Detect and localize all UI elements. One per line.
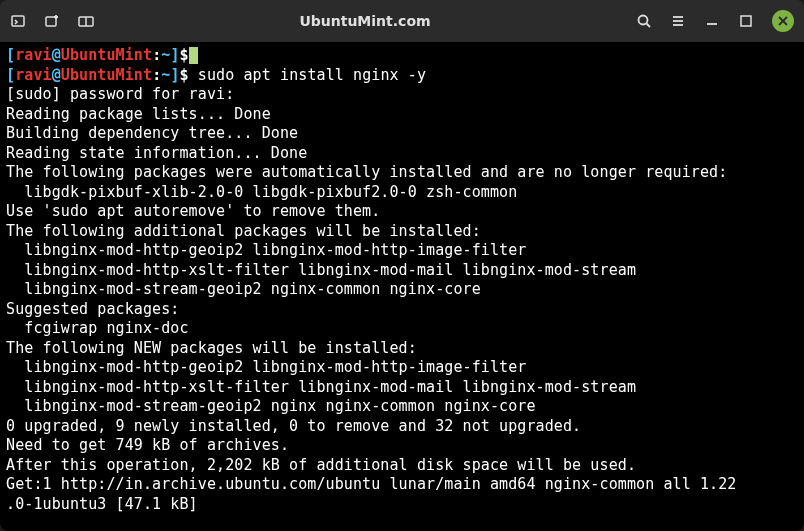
- output-line: Get:1 http://in.archive.ubuntu.com/ubunt…: [6, 475, 798, 495]
- output-line: The following packages were automaticall…: [6, 163, 798, 183]
- output-line: libnginx-mod-http-xslt-filter libnginx-m…: [6, 378, 798, 398]
- output-line: The following additional packages will b…: [6, 222, 798, 242]
- terminal-window: UbuntuMint.com: [0, 0, 804, 531]
- titlebar-right: [636, 10, 794, 32]
- output-line: .0-1ubuntu3 [47.1 kB]: [6, 495, 798, 515]
- output-line: libgdk-pixbuf-xlib-2.0-0 libgdk-pixbuf2.…: [6, 183, 798, 203]
- svg-rect-0: [12, 16, 24, 26]
- output-line: [sudo] password for ravi:: [6, 85, 798, 105]
- output-line: libnginx-mod-http-geoip2 libnginx-mod-ht…: [6, 241, 798, 261]
- menu-icon[interactable]: [670, 13, 686, 29]
- output-line: Building dependency tree... Done: [6, 124, 798, 144]
- output-line: Reading state information... Done: [6, 144, 798, 164]
- output-line: 0 upgraded, 9 newly installed, 0 to remo…: [6, 417, 798, 437]
- output-line: The following NEW packages will be insta…: [6, 339, 798, 359]
- cursor-icon: [189, 47, 198, 64]
- output-line: Reading package lists... Done: [6, 105, 798, 125]
- output-line: libnginx-mod-stream-geoip2 nginx-common …: [6, 280, 798, 300]
- maximize-icon[interactable]: [738, 13, 754, 29]
- prompt-line-2: [ravi@UbuntuMint:~]$ sudo apt install ng…: [6, 66, 798, 86]
- svg-rect-10: [741, 16, 751, 26]
- titlebar-left: [10, 13, 94, 29]
- new-tab-icon[interactable]: [10, 13, 26, 29]
- output-line: After this operation, 2,202 kB of additi…: [6, 456, 798, 476]
- window-title: UbuntuMint.com: [94, 13, 636, 29]
- output-line: libnginx-mod-http-xslt-filter libnginx-m…: [6, 261, 798, 281]
- command-text: sudo apt install nginx -y: [198, 66, 426, 84]
- terminal-content[interactable]: [ravi@UbuntuMint:~]$[ravi@UbuntuMint:~]$…: [0, 42, 804, 531]
- svg-point-4: [639, 16, 648, 25]
- output-line: libnginx-mod-stream-geoip2 nginx nginx-c…: [6, 397, 798, 417]
- close-button[interactable]: [772, 10, 794, 32]
- split-icon[interactable]: [78, 13, 94, 29]
- prompt-line-1: [ravi@UbuntuMint:~]$: [6, 46, 798, 66]
- new-window-icon[interactable]: [44, 13, 60, 29]
- output-line: Need to get 749 kB of archives.: [6, 436, 798, 456]
- output-line: libnginx-mod-http-geoip2 libnginx-mod-ht…: [6, 358, 798, 378]
- minimize-icon[interactable]: [704, 13, 720, 29]
- output-line: Use 'sudo apt autoremove' to remove them…: [6, 202, 798, 222]
- search-icon[interactable]: [636, 13, 652, 29]
- svg-rect-1: [46, 17, 56, 26]
- output-line: Suggested packages:: [6, 300, 798, 320]
- svg-line-5: [647, 24, 651, 28]
- titlebar: UbuntuMint.com: [0, 0, 804, 42]
- output-line: fcgiwrap nginx-doc: [6, 319, 798, 339]
